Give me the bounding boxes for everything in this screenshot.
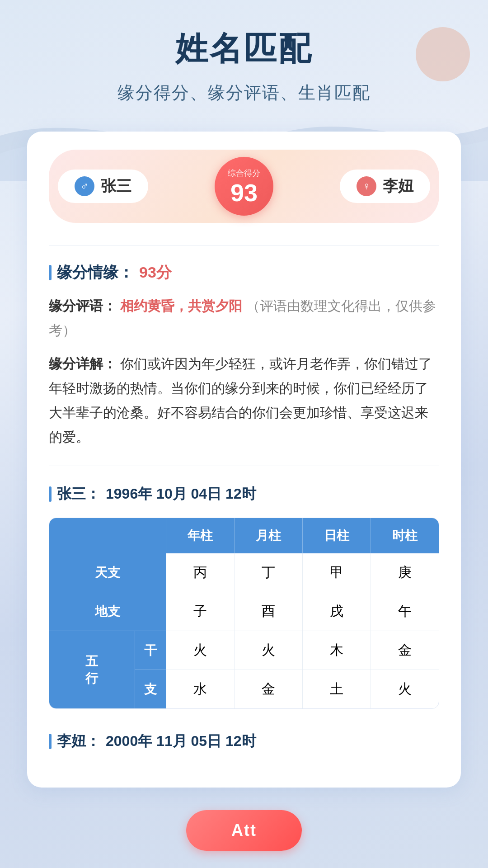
main-card: ♂ 张三 综合得分 93 ♀ 李妞 缘分情缘： 93分 缘分评语 <box>27 132 461 788</box>
person2-date-text: 2000年 11月 05日 12时 <box>106 731 256 751</box>
person1-badge: ♂ 张三 <box>58 170 148 203</box>
female-icon: ♀ <box>357 176 376 196</box>
person2-name: 李妞 <box>383 176 413 197</box>
score-circle: 综合得分 93 <box>215 157 273 216</box>
fate-section: 缘分情缘： 93分 缘分评语： 相约黄昏，共赏夕阳 （评语由数理文化得出，仅供参… <box>49 262 439 449</box>
person1-bazi-section: 张三： 1996年 10月 04日 12时 年柱 月柱 日柱 <box>49 484 439 709</box>
male-icon: ♂ <box>75 176 94 196</box>
person2-title-text: 李妞： <box>57 731 100 751</box>
section-bar-icon2 <box>49 486 52 502</box>
section-bar-icon <box>49 265 52 280</box>
score-number: 93 <box>230 180 258 205</box>
bottom-button-area: Att <box>27 810 461 851</box>
person1-name: 张三 <box>101 176 131 197</box>
fate-comment-red: 相约黄昏，共赏夕阳 <box>120 298 242 313</box>
person2-date-title: 李妞： 2000年 11月 05日 12时 <box>49 731 439 751</box>
person1-date-title: 张三： 1996年 10月 04日 12时 <box>49 484 439 504</box>
fate-comment: 缘分评语： 相约黄昏，共赏夕阳 （评语由数理文化得出，仅供参考） <box>49 294 439 343</box>
person2-badge: ♀ 李妞 <box>340 170 430 203</box>
person1-title-text: 张三： <box>57 484 100 504</box>
fate-detail: 缘分详解： 你们或许因为年少轻狂，或许月老作弄，你们错过了年轻时激扬的热情。当你… <box>49 352 439 449</box>
page-title: 姓名匹配 <box>27 27 461 71</box>
person2-section: 李妞： 2000年 11月 05日 12时 <box>49 731 439 751</box>
person1-date-text: 1996年 10月 04日 12时 <box>106 484 256 504</box>
score-label: 综合得分 <box>228 168 260 179</box>
page-subtitle: 缘分得分、缘分评语、生肖匹配 <box>27 81 461 104</box>
score-header: ♂ 张三 综合得分 93 ♀ 李妞 <box>49 150 439 223</box>
fate-score: 93分 <box>139 262 172 283</box>
bazi-table-wrapper: 年柱 月柱 日柱 时柱 天支 丙 丁 甲 庚 地支 子 酉 <box>49 518 439 709</box>
section-bar-icon3 <box>49 734 52 749</box>
fate-title: 缘分情缘： 93分 <box>49 262 439 283</box>
cta-button[interactable]: Att <box>186 810 302 851</box>
